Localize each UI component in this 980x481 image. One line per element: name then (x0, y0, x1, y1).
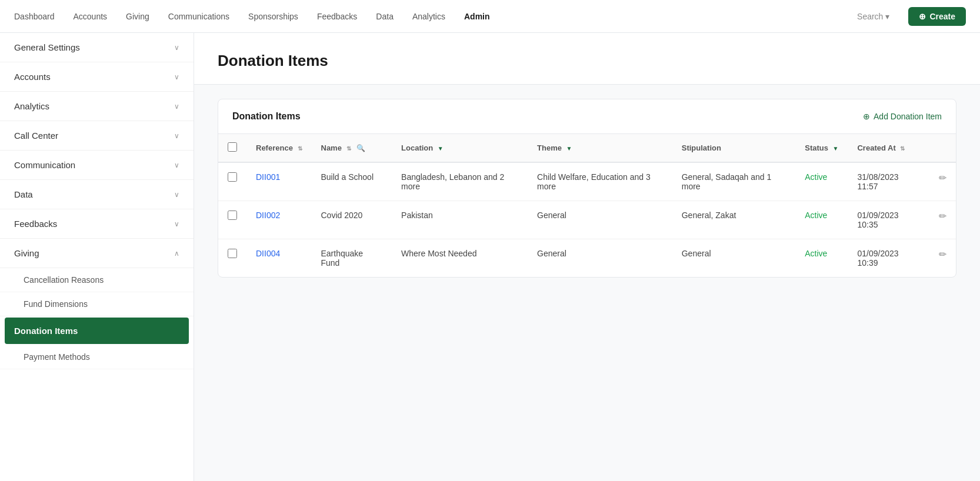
nav-admin[interactable]: Admin (464, 9, 490, 24)
search-icon[interactable]: 🔍 (356, 144, 365, 152)
select-all-checkbox[interactable] (228, 142, 237, 152)
plus-icon: ⊕ (919, 12, 926, 21)
row-checkbox[interactable] (228, 249, 237, 258)
sidebar-item-call-center[interactable]: Call Center ∨ (0, 121, 194, 151)
ref-link[interactable]: DII004 (256, 249, 280, 258)
status-badge: Active (805, 211, 827, 220)
page-layout: General Settings ∨ Accounts ∨ Analytics … (0, 33, 980, 481)
row-checkbox[interactable] (228, 172, 237, 182)
row-stipulation: General, Zakat (672, 201, 796, 239)
edit-icon[interactable]: ✏ (939, 249, 946, 259)
row-status: Active (795, 201, 848, 239)
sidebar-label: Donation Items (14, 326, 78, 336)
row-name: Earthquake Fund (312, 239, 392, 278)
sidebar-item-accounts[interactable]: Accounts ∨ (0, 62, 194, 92)
row-theme: Child Welfare, Education and 3 more (528, 162, 672, 201)
row-location: Pakistan (392, 201, 528, 239)
col-theme: Theme ▼ (528, 134, 672, 162)
ref-link[interactable]: DII002 (256, 211, 280, 220)
sidebar-item-giving[interactable]: Giving ∧ (0, 239, 194, 268)
row-name: Build a School (312, 162, 392, 201)
sidebar-label: Data (14, 189, 33, 199)
nav-feedbacks[interactable]: Feedbacks (317, 9, 357, 24)
page-header: Donation Items (194, 33, 980, 85)
sidebar-label: Call Center (14, 131, 58, 141)
sort-icon[interactable]: ⇅ (346, 145, 351, 152)
filter-icon[interactable]: ▼ (833, 145, 839, 152)
row-edit-action: ✏ (929, 239, 956, 278)
row-location: Where Most Needed (392, 239, 528, 278)
col-created-at: Created At ⇅ (848, 134, 929, 162)
sidebar-label: General Settings (14, 42, 80, 52)
sidebar-label: Feedbacks (14, 219, 57, 229)
sidebar: General Settings ∨ Accounts ∨ Analytics … (0, 33, 194, 481)
col-location: Location ▼ (392, 134, 528, 162)
row-checkbox-cell (218, 239, 246, 278)
col-stipulation: Stipulation (672, 134, 796, 162)
nav-sponsorships[interactable]: Sponsorships (248, 9, 298, 24)
select-all-header (218, 134, 246, 162)
sidebar-item-analytics[interactable]: Analytics ∨ (0, 92, 194, 121)
sidebar-subitem-cancellation-reasons[interactable]: Cancellation Reasons (0, 268, 194, 292)
sort-icon[interactable]: ⇅ (298, 145, 302, 152)
col-status: Status ▼ (795, 134, 848, 162)
row-stipulation: General (672, 239, 796, 278)
col-reference: Reference ⇅ (246, 134, 312, 162)
search-button[interactable]: Search ▾ (857, 12, 889, 21)
nav-giving[interactable]: Giving (126, 9, 149, 24)
sidebar-item-feedbacks[interactable]: Feedbacks ∨ (0, 209, 194, 239)
table-row: DII002 Covid 2020 Pakistan General Gener… (218, 201, 956, 239)
sidebar-subitem-fund-dimensions[interactable]: Fund Dimensions (0, 292, 194, 316)
nav-analytics[interactable]: Analytics (412, 9, 445, 24)
sidebar-label: Communication (14, 160, 75, 170)
page-title: Donation Items (218, 52, 956, 70)
row-status: Active (795, 239, 848, 278)
nav-communications[interactable]: Communications (168, 9, 229, 24)
chevron-down-icon: ∨ (174, 220, 179, 228)
filter-icon[interactable]: ▼ (438, 145, 444, 152)
row-name: Covid 2020 (312, 201, 392, 239)
nav-dashboard[interactable]: Dashboard (14, 9, 55, 24)
row-location: Bangladesh, Lebanon and 2 more (392, 162, 528, 201)
row-edit-action: ✏ (929, 162, 956, 201)
add-donation-item-button[interactable]: ⊕ Add Donation Item (863, 112, 942, 121)
table-row: DII004 Earthquake Fund Where Most Needed… (218, 239, 956, 278)
donation-items-table: Reference ⇅ Name ⇅ 🔍 Location ▼ (218, 134, 956, 277)
card-header: Donation Items ⊕ Add Donation Item (218, 99, 956, 134)
edit-icon[interactable]: ✏ (939, 211, 946, 221)
col-actions (929, 134, 956, 162)
donation-items-card: Donation Items ⊕ Add Donation Item (218, 99, 956, 278)
sort-icon[interactable]: ⇅ (900, 145, 905, 152)
row-checkbox[interactable] (228, 211, 237, 220)
sidebar-label: Accounts (14, 72, 51, 82)
col-name: Name ⇅ 🔍 (312, 134, 392, 162)
edit-icon[interactable]: ✏ (939, 173, 946, 183)
card-title: Donation Items (232, 111, 301, 122)
sidebar-item-communication[interactable]: Communication ∨ (0, 151, 194, 180)
chevron-down-icon: ∨ (174, 161, 179, 169)
row-stipulation: General, Sadaqah and 1 more (672, 162, 796, 201)
nav-data[interactable]: Data (376, 9, 394, 24)
content-area: Donation Items ⊕ Add Donation Item (194, 85, 980, 292)
filter-icon[interactable]: ▼ (566, 145, 572, 152)
plus-circle-icon: ⊕ (863, 112, 870, 121)
create-button[interactable]: ⊕ Create (908, 7, 966, 26)
row-theme: General (528, 201, 672, 239)
row-checkbox-cell (218, 201, 246, 239)
row-created-at: 31/08/2023 11:57 (848, 162, 929, 201)
sidebar-item-data[interactable]: Data ∨ (0, 180, 194, 209)
chevron-down-icon: ∨ (174, 132, 179, 140)
sidebar-subitem-payment-methods[interactable]: Payment Methods (0, 345, 194, 369)
sidebar-label: Analytics (14, 101, 49, 111)
sidebar-label: Giving (14, 248, 39, 258)
sidebar-item-general-settings[interactable]: General Settings ∨ (0, 33, 194, 62)
nav-accounts[interactable]: Accounts (74, 9, 108, 24)
status-badge: Active (805, 172, 827, 182)
row-theme: General (528, 239, 672, 278)
row-checkbox-cell (218, 162, 246, 201)
row-edit-action: ✏ (929, 201, 956, 239)
dropdown-icon: ▾ (885, 12, 889, 21)
ref-link[interactable]: DII001 (256, 172, 280, 182)
sidebar-subitem-donation-items[interactable]: Donation Items (5, 318, 189, 344)
search-label: Search (857, 12, 883, 21)
